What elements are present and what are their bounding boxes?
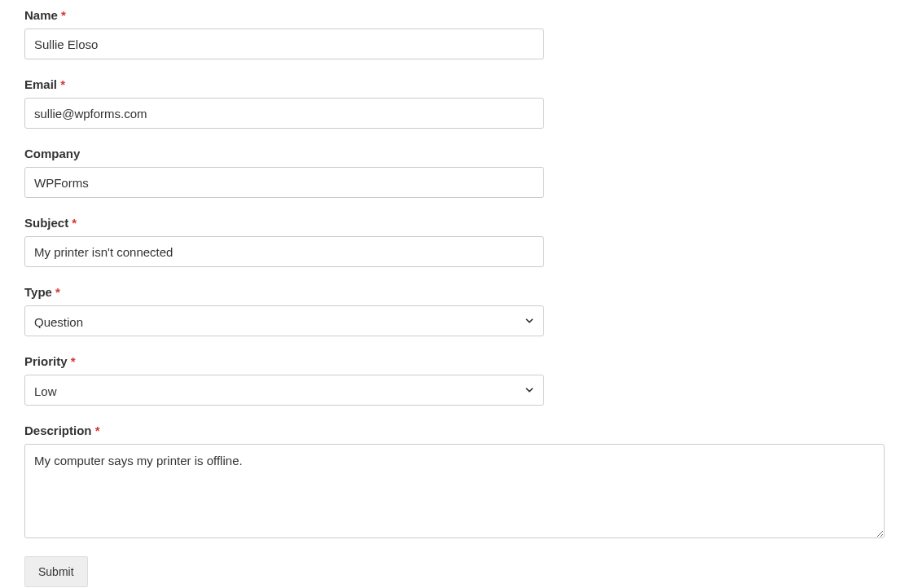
subject-field-group: Subject * [24, 216, 885, 267]
required-marker-icon: * [61, 8, 66, 22]
description-label: Description * [24, 423, 885, 437]
email-field-group: Email * [24, 77, 885, 129]
required-marker-icon: * [72, 216, 77, 230]
type-label: Type * [24, 285, 885, 299]
support-form: Name * Email * Company Subject * Type * … [24, 8, 885, 587]
company-input[interactable] [24, 167, 544, 198]
subject-label-text: Subject [24, 216, 68, 230]
company-label: Company [24, 147, 885, 160]
email-input[interactable] [24, 98, 544, 129]
name-label: Name * [24, 8, 885, 22]
description-label-text: Description [24, 423, 92, 437]
priority-label: Priority * [24, 354, 885, 368]
name-field-group: Name * [24, 8, 885, 59]
email-label: Email * [24, 77, 885, 91]
priority-label-text: Priority [24, 354, 68, 368]
required-marker-icon: * [60, 77, 65, 91]
company-label-text: Company [24, 147, 80, 160]
description-field-group: Description * My computer says my printe… [24, 423, 885, 538]
required-marker-icon: * [95, 423, 100, 437]
name-input[interactable] [24, 29, 544, 59]
required-marker-icon: * [55, 285, 60, 299]
email-label-text: Email [24, 77, 57, 91]
name-label-text: Name [24, 8, 58, 22]
required-marker-icon: * [71, 354, 76, 368]
type-select[interactable]: Question [24, 305, 544, 336]
priority-field-group: Priority * Low [24, 354, 885, 406]
priority-select[interactable]: Low [24, 375, 544, 406]
type-label-text: Type [24, 285, 52, 299]
submit-button[interactable]: Submit [24, 556, 88, 587]
company-field-group: Company [24, 147, 885, 198]
subject-input[interactable] [24, 236, 544, 267]
description-textarea[interactable]: My computer says my printer is offline. [24, 444, 885, 538]
subject-label: Subject * [24, 216, 885, 230]
type-field-group: Type * Question [24, 285, 885, 336]
